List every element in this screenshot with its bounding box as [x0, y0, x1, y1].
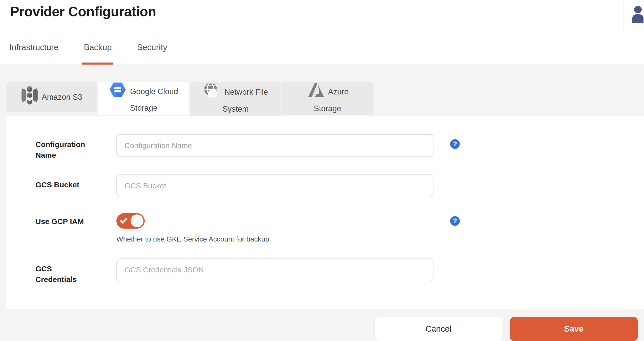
provider-tab-network-file-system-label: Network File System	[222, 88, 268, 113]
gcs-bucket-input[interactable]	[116, 174, 433, 197]
provider-tab-amazon-s3-label: Amazon S3	[42, 93, 82, 102]
configuration-name-input[interactable]	[116, 134, 433, 157]
gcs-bucket-label: GCS Bucket	[35, 174, 96, 190]
gcs-bucket-row: GCS Bucket	[35, 174, 644, 197]
use-gcp-iam-label: Use GCP IAM	[35, 211, 96, 227]
configuration-name-help-icon[interactable]: ?	[450, 139, 460, 149]
gcs-credentials-label: GCS Credentials	[35, 258, 96, 285]
tab-security-label: Security	[137, 43, 167, 52]
provider-tab-network-file-system[interactable]: Network File System	[190, 82, 281, 116]
use-gcp-iam-row: Use GCP IAM Whether to use GKE Service A…	[35, 211, 644, 243]
azure-storage-icon	[306, 82, 324, 102]
user-profile-icon[interactable]	[630, 6, 644, 23]
tab-backup[interactable]: Backup	[84, 34, 112, 65]
use-gcp-iam-toggle[interactable]	[116, 213, 145, 229]
network-file-system-icon	[203, 82, 220, 102]
gcs-credentials-input[interactable]	[116, 258, 433, 281]
header-tabs: Infrastructure Backup Security	[9, 34, 167, 65]
google-cloud-storage-icon	[109, 82, 126, 101]
provider-config-card: Configuration Name ? GCS Bucket Use GCP …	[6, 116, 644, 309]
page-title: Provider Configuration	[10, 4, 156, 19]
use-gcp-iam-helper-text: Whether to use GKE Service Account for b…	[116, 235, 433, 243]
provider-tab-azure-storage[interactable]: Azure Storage	[282, 82, 373, 115]
provider-tabs: Amazon S3 Google Cloud Storage	[6, 82, 644, 116]
header-divider	[624, 0, 624, 30]
toggle-check-icon	[120, 218, 127, 225]
use-gcp-iam-help-icon[interactable]: ?	[450, 216, 460, 226]
page-header: Provider Configuration Infrastructure Ba…	[0, 0, 644, 65]
provider-tab-google-cloud-storage[interactable]: Google Cloud Storage	[98, 82, 189, 115]
amazon-s3-icon	[22, 85, 38, 109]
provider-tab-amazon-s3[interactable]: Amazon S3	[6, 82, 97, 112]
active-tab-underline	[82, 63, 113, 65]
tab-backup-label: Backup	[84, 43, 112, 52]
form-footer: Cancel Save	[0, 309, 644, 341]
tab-security[interactable]: Security	[137, 34, 167, 65]
tab-infrastructure[interactable]: Infrastructure	[9, 34, 58, 65]
gcs-credentials-row: GCS Credentials	[35, 258, 644, 285]
cancel-button[interactable]: Cancel	[375, 317, 502, 341]
configuration-name-row: Configuration Name ?	[35, 134, 644, 161]
save-button[interactable]: Save	[510, 317, 638, 341]
configuration-name-label: Configuration Name	[35, 134, 96, 161]
tab-infrastructure-label: Infrastructure	[9, 43, 58, 52]
provider-tab-google-cloud-storage-label: Google Cloud Storage	[130, 87, 178, 112]
toggle-knob	[131, 214, 143, 227]
